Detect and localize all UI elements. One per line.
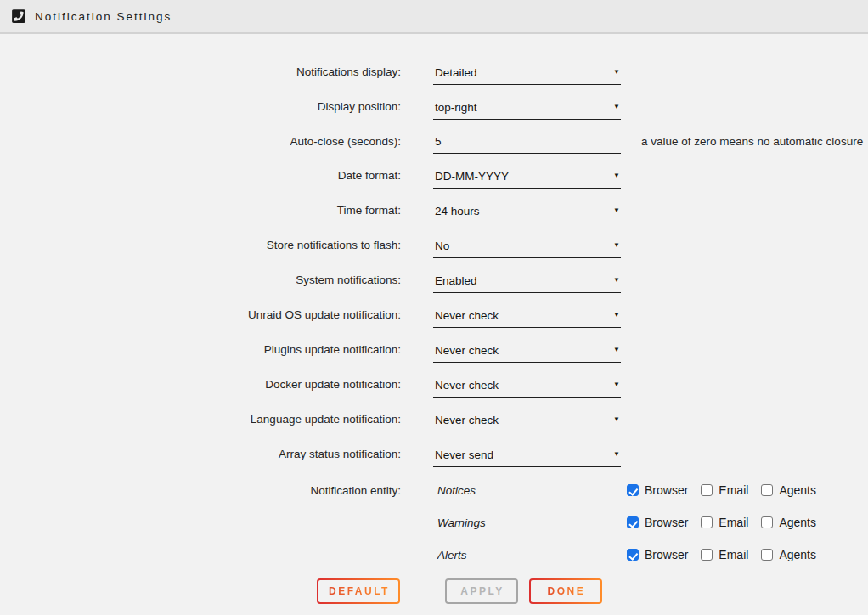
checkbox-alerts-agents[interactable]: Agents [761,548,816,561]
select-value: 24 hours [435,205,480,217]
form-row: Unraid OS update notification: Never che… [0,308,868,328]
dropdown-arrow-icon: ▼ [613,415,620,423]
apply-button[interactable]: APPLY [445,578,518,604]
checkbox-label: Agents [779,483,816,497]
checkbox-label: Agents [779,548,816,561]
form-row: Auto-close (seconds): a value of zero me… [0,134,868,154]
select-unraid-os-update-notification[interactable]: Never check ▼ [433,308,621,328]
form-row: Language update notification: Never chec… [0,412,868,432]
select-plugins-update-notification[interactable]: Never check ▼ [433,342,621,363]
field-label: Docker update notification: [0,377,401,392]
entity-row: Alerts Browser Email Agents [0,546,868,563]
field-label: Unraid OS update notification: [0,308,401,322]
checkbox[interactable] [701,516,713,528]
done-button[interactable]: DONE [529,578,602,604]
checkbox-notices-email[interactable]: Email [701,483,748,497]
checkbox-label: Email [719,516,748,529]
entity-name: Warnings [433,516,627,529]
select-array-status-notification[interactable]: Never send ▼ [433,447,621,467]
settings-form: Notifications display: Detailed ▼ Displa… [0,34,868,604]
select-notifications-display[interactable]: Detailed ▼ [433,65,621,85]
form-row: System notifications: Enabled ▼ [0,273,868,293]
select-system-notifications[interactable]: Enabled ▼ [433,273,621,293]
select-time-format[interactable]: 24 hours ▼ [433,203,621,223]
select-value: Enabled [435,274,477,287]
dropdown-arrow-icon: ▼ [613,381,620,388]
checkbox[interactable] [627,516,639,528]
select-value: top-right [435,101,477,114]
select-value: DD-MM-YYYY [435,170,509,183]
field-label: Notifications display: [0,65,401,79]
page-title: Notification Settings [35,10,172,23]
button-label: APPLY [460,585,504,597]
select-value: Never check [435,414,499,426]
form-row: Docker update notification: Never check … [0,377,868,398]
checkbox-label: Email [719,483,748,497]
select-display-position[interactable]: top-right ▼ [433,99,621,120]
select-language-update-notification[interactable]: Never check ▼ [433,412,621,432]
dropdown-arrow-icon: ▼ [613,172,620,179]
form-row: Date format: DD-MM-YYYY ▼ [0,168,868,189]
dropdown-arrow-icon: ▼ [613,450,620,458]
phone-square-icon [12,8,25,24]
form-row: Store notifications to flash: No ▼ [0,238,868,258]
entity-row: Notification entity: Notices Browser Ema… [0,482,868,499]
checkbox[interactable] [701,549,713,561]
checkbox[interactable] [701,484,713,496]
input-auto-close-seconds[interactable] [433,134,621,154]
select-value: Never send [435,449,493,461]
dropdown-arrow-icon: ▼ [613,103,620,110]
select-value: Never check [435,379,499,392]
form-row: Time format: 24 hours ▼ [0,203,868,223]
form-row: Display position: top-right ▼ [0,99,868,120]
checkbox-alerts-browser[interactable]: Browser [627,548,688,561]
select-value: No [435,240,449,252]
entity-row: Warnings Browser Email Agents [0,514,868,531]
select-date-format[interactable]: DD-MM-YYYY ▼ [433,168,621,189]
checkbox[interactable] [761,484,773,496]
field-label: Time format: [0,203,401,217]
button-row: DEFAULT APPLY DONE [317,578,868,604]
form-row: Notifications display: Detailed ▼ [0,65,868,85]
field-label: Display position: [0,99,401,114]
checkbox[interactable] [627,549,639,561]
checkbox-group: Browser Email Agents [627,516,829,529]
checkbox[interactable] [627,484,639,496]
select-value: Never check [435,344,499,357]
checkbox-alerts-email[interactable]: Email [701,548,748,561]
checkbox-notices-agents[interactable]: Agents [761,483,816,497]
checkbox-notices-browser[interactable]: Browser [627,483,688,497]
checkbox-group: Browser Email Agents [627,548,829,561]
checkbox-group: Browser Email Agents [627,483,829,497]
dropdown-arrow-icon: ▼ [613,311,620,319]
checkbox-label: Email [719,548,748,561]
checkbox-label: Browser [645,516,688,529]
select-store-notifications-to-flash[interactable]: No ▼ [433,238,621,258]
field-label: Plugins update notification: [0,342,401,357]
checkbox[interactable] [761,516,773,528]
dropdown-arrow-icon: ▼ [613,276,620,284]
button-label: DONE [548,585,586,597]
button-label: DEFAULT [329,585,390,597]
checkbox-label: Agents [779,516,816,529]
field-label: Store notifications to flash: [0,238,401,252]
checkbox-warnings-browser[interactable]: Browser [627,516,688,529]
field-label: System notifications: [0,273,401,287]
form-row: Array status notification: Never send ▼ [0,447,868,467]
default-button[interactable]: DEFAULT [317,578,400,604]
checkbox[interactable] [761,549,773,561]
form-row: Plugins update notification: Never check… [0,342,868,363]
field-label: Auto-close (seconds): [0,134,401,149]
field-label: Notification entity: [0,483,401,498]
notification-settings-page: Notification Settings Notifications disp… [0,0,868,604]
dropdown-arrow-icon: ▼ [613,346,620,353]
select-docker-update-notification[interactable]: Never check ▼ [433,377,621,398]
entity-name: Alerts [433,549,627,561]
dropdown-arrow-icon: ▼ [613,241,620,249]
title-bar: Notification Settings [0,0,868,34]
checkbox-warnings-email[interactable]: Email [701,516,748,529]
entity-name: Notices [433,484,627,497]
checkbox-warnings-agents[interactable]: Agents [761,516,816,529]
field-label: Language update notification: [0,412,401,426]
entity-rows: Notification entity: Notices Browser Ema… [0,482,868,563]
